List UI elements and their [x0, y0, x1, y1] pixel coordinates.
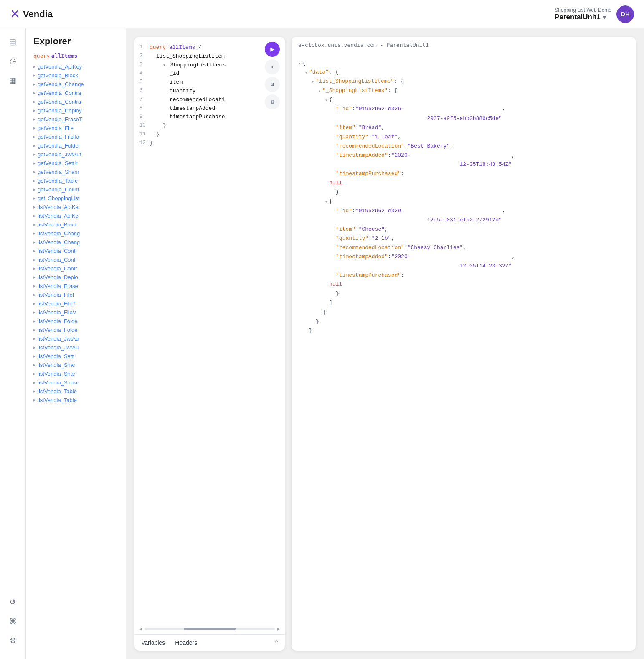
list-item[interactable]: ▸getVendia_JwtAut [26, 150, 126, 159]
code-line-6: 6 quantity [139, 87, 280, 96]
json-line: ▾ }, [298, 188, 629, 197]
list-item[interactable]: ▸getVendia_Settir [26, 159, 126, 168]
list-item[interactable]: ▸listVendia_Deplo [26, 273, 126, 282]
json-line: ▾ "_id": "01952962-d329- f2c5-c031-e1b2f… [298, 206, 629, 225]
json-line: ▾ "quantity": "2 lb", [298, 234, 629, 243]
logo-icon: ✕ [10, 7, 20, 21]
list-item[interactable]: ▸getVendia_EraseT [26, 115, 126, 124]
expand-button[interactable]: ⊡ [265, 77, 280, 92]
list-item[interactable]: ▸listVendia_Folde [26, 317, 126, 326]
list-item[interactable]: ▸listVendia_ApiKe [26, 203, 126, 211]
hscroll-thumb[interactable] [184, 628, 236, 630]
hscroll-left-arrow[interactable]: ◂ [139, 626, 142, 632]
list-item[interactable]: ▸listVendia_FileT [26, 299, 126, 308]
json-collapse-icon[interactable]: ▾ [318, 88, 321, 95]
json-line: ▾ { [298, 95, 629, 104]
list-item[interactable]: ▸listVendia_Setti [26, 352, 126, 361]
icon-sidebar: ▤ ◷ ▦ ↺ ⌘ ⚙ [0, 28, 26, 659]
unit-selector[interactable]: Shopping List Web Demo ParentalUnit1 ▾ [555, 7, 611, 21]
list-item[interactable]: ▸listVendia_FileV [26, 308, 126, 317]
results-header: e-c1c8ox.unis.vendia.com - ParentalUnit1 [292, 37, 636, 53]
json-line: ▾ "quantity": "1 loaf", [298, 132, 629, 142]
list-item[interactable]: ▸listVendia_Shari [26, 361, 126, 369]
unit-selector-label: Shopping List Web Demo [555, 7, 611, 13]
json-collapse-icon[interactable]: ▾ [312, 79, 314, 86]
sidebar-command-icon[interactable]: ⌘ [5, 613, 21, 630]
json-collapse-icon[interactable]: ▾ [298, 60, 301, 67]
variables-button[interactable]: Variables [141, 639, 165, 646]
sidebar-documents-icon[interactable]: ▤ [5, 33, 21, 50]
list-item[interactable]: ▸listVendia_Shari [26, 369, 126, 378]
json-collapse-icon[interactable]: ▾ [305, 69, 307, 76]
list-item[interactable]: ▸getVendia_Contra [26, 97, 126, 106]
list-item[interactable]: ▸listVendia_Block [26, 220, 126, 229]
json-line: ▾ "timestampAdded": "2020- 12-05T14:23:3… [298, 252, 629, 271]
code-line-1: 1 query allItems { [139, 43, 280, 52]
query-panel: ▶ ✦ ⊡ ⧉ 1 query allItems { 2 [134, 37, 285, 651]
editor-hscroll[interactable]: ◂ ▸ [134, 623, 285, 634]
list-item[interactable]: ▸getVendia_Change [26, 80, 126, 89]
json-null-line: ▾ null [298, 178, 629, 188]
list-item[interactable]: ▸listVendia_JwtAu [26, 343, 126, 352]
json-line: ▾ "_id": "01952962-d326- 2937-a9f5-ebb0b… [298, 104, 629, 123]
unit-selector-name: ParentalUnit1 [555, 13, 601, 21]
list-item[interactable]: ▸getVendia_Deploy [26, 106, 126, 115]
json-line: ▾ ] [298, 298, 629, 308]
list-item[interactable]: ▸get_ShoppingList [26, 194, 126, 203]
hscroll-right-arrow[interactable]: ▸ [277, 626, 280, 632]
bottom-bar-chevron-icon[interactable]: ^ [275, 639, 278, 646]
list-item[interactable]: ▸listVendia_Contr [26, 264, 126, 273]
list-item[interactable]: ▸getVendia_File [26, 124, 126, 132]
list-item[interactable]: ▸listVendia_Chang [26, 229, 126, 238]
json-collapse-icon[interactable]: ▾ [325, 198, 327, 206]
headers-button[interactable]: Headers [175, 639, 197, 646]
json-line: ▾ "data": { [298, 68, 629, 77]
json-null-line: ▾ null [298, 280, 629, 289]
code-line-11: 11 } [139, 130, 280, 139]
list-item[interactable]: ▸getVendia_FileTa [26, 132, 126, 141]
list-item[interactable]: ▸getVendia_ApiKey [26, 62, 126, 71]
list-item[interactable]: ▸listVendia_Chang [26, 238, 126, 247]
list-item[interactable]: ▸listVendia_FileI [26, 290, 126, 299]
sidebar-refresh-icon[interactable]: ↺ [5, 594, 21, 611]
results-body[interactable]: ▾ { ▾ "data": { ▾ "list_ShoppingListItem… [292, 53, 636, 651]
sidebar-calendar-icon[interactable]: ▦ [5, 72, 21, 89]
list-item[interactable]: ▸getVendia_Table [26, 176, 126, 185]
list-item[interactable]: ▸listVendia_Table [26, 396, 126, 405]
json-line: ▾ } [298, 317, 629, 326]
copy-button[interactable]: ⧉ [265, 94, 280, 109]
run-button[interactable]: ▶ [265, 42, 280, 57]
list-item[interactable]: ▸getVendia_Sharir [26, 168, 126, 176]
list-item[interactable]: ▸listVendia_JwtAu [26, 334, 126, 343]
list-item[interactable]: ▸getVendia_Contra [26, 89, 126, 97]
magic-button[interactable]: ✦ [265, 59, 280, 74]
list-item[interactable]: ▸getVendia_Block [26, 71, 126, 80]
avatar[interactable]: DH [616, 5, 634, 23]
json-line: ▾ "recommendedLocation": "Cheesy Charlie… [298, 243, 629, 252]
json-line: ▾ } [298, 326, 629, 336]
list-item[interactable]: ▸listVendia_Erase [26, 282, 126, 290]
list-item[interactable]: ▸listVendia_ApiKe [26, 211, 126, 220]
query-editor[interactable]: ▶ ✦ ⊡ ⧉ 1 query allItems { 2 [134, 37, 285, 623]
list-item[interactable]: ▸listVendia_Contr [26, 255, 126, 264]
list-item[interactable]: ▸listVendia_Table [26, 387, 126, 396]
content-area: ▶ ✦ ⊡ ⧉ 1 query allItems { 2 [126, 28, 644, 659]
json-line: ▾ } [298, 289, 629, 298]
json-collapse-icon[interactable]: ▾ [325, 97, 327, 104]
json-line: ▾ "item": "Bread", [298, 123, 629, 132]
json-line: ▾ "item": "Cheese", [298, 225, 629, 234]
sidebar-history-icon[interactable]: ◷ [5, 53, 21, 69]
query-name[interactable]: allItems [51, 53, 78, 59]
json-line: ▾ "_ShoppingListItems": [ [298, 86, 629, 95]
sidebar-bottom: ↺ ⌘ ⚙ [5, 594, 21, 654]
list-item[interactable]: ▸getVendia_Folder [26, 141, 126, 150]
hscroll-track[interactable] [145, 628, 275, 630]
code-line-4: 4 _id [139, 69, 280, 78]
json-line: ▾ "timestampAdded": "2020- 12-05T18:43:5… [298, 151, 629, 169]
sidebar-settings-icon[interactable]: ⚙ [5, 632, 21, 649]
list-item[interactable]: ▸getVendia_UniInf [26, 185, 126, 194]
list-item[interactable]: ▸listVendia_Folde [26, 326, 126, 334]
list-item[interactable]: ▸listVendia_Subsc [26, 378, 126, 387]
code-line-12: 12 } [139, 139, 280, 148]
list-item[interactable]: ▸listVendia_Contr [26, 247, 126, 255]
